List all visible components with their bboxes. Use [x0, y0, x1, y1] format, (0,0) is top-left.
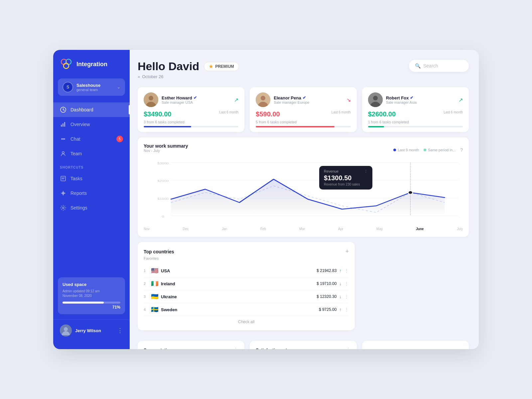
svg-point-2: [64, 63, 69, 68]
seg-title: Segmentation: [144, 347, 172, 349]
sidebar-user: Jerry Wilson ⋮: [53, 320, 130, 341]
svg-text:$3000: $3000: [157, 162, 169, 165]
task-progress-eleanor: [256, 126, 350, 127]
manager-period-robert: Last 6 month: [444, 110, 463, 114]
task-progress-esther: [144, 126, 238, 127]
chart-area: $3000 $2000 $1000 0: [144, 159, 463, 226]
country-trend-usa: ↑: [339, 268, 341, 273]
main-content: Hello David ★ PREMIUM October 26 🔍 Searc…: [130, 50, 479, 349]
verified-icon: ✔: [194, 95, 197, 100]
tooltip-menu[interactable]: ⋮: [364, 169, 368, 174]
manager-card-robert: Robert Fox ✔ Sale manager Asia ↗ $2600.0…: [362, 87, 469, 132]
country-menu-usa[interactable]: ⋮: [344, 268, 349, 273]
countries-add-button[interactable]: +: [345, 248, 349, 255]
svg-rect-6: [64, 122, 65, 127]
task-progress-fill-robert: [368, 126, 384, 127]
sidebar-item-team[interactable]: Team: [53, 146, 130, 161]
chat-icon: [60, 136, 66, 142]
svg-point-19: [261, 96, 265, 100]
sidebar-item-chat[interactable]: Chat 5: [53, 132, 130, 146]
check-all-button[interactable]: Check all: [144, 320, 349, 324]
manager-cards-row: Esther Howard ✔ Sale manager USA ↗ $3490…: [138, 87, 469, 132]
logo-icon: [60, 58, 72, 70]
chart-help-icon[interactable]: ?: [460, 147, 463, 153]
manager-amount-row-eleanor: $590.00 5 from 6 tasks completed Last 6 …: [256, 110, 350, 124]
x-label-june: June: [416, 227, 424, 231]
chart-title-group: Your work summary Nov - July: [144, 143, 188, 157]
country-name-ireland: Ireland: [161, 281, 314, 286]
legend-same-label: Same period in...: [428, 148, 456, 152]
x-label-may: May: [376, 227, 383, 231]
team-icon: [60, 150, 66, 157]
user-menu-dots[interactable]: ⋮: [117, 327, 123, 334]
manager-name-eleanor: Eleanor Pena ✔: [274, 95, 343, 100]
countries-title: Top countries: [144, 249, 174, 254]
chart-legend-same: Same period in...: [424, 148, 456, 152]
dashboard-label: Dashboard: [70, 107, 93, 112]
premium-label: PREMIUM: [215, 64, 234, 69]
country-flag-sweden: 🇸🇪: [151, 306, 158, 313]
sat-menu[interactable]: ⋮: [345, 347, 351, 349]
manager-amount-robert: $2600.00 1 from 6 tasks completed: [368, 110, 409, 124]
sidebar-item-reports[interactable]: Reports: [53, 186, 130, 200]
manager-amount-row-robert: $2600.00 1 from 6 tasks completed Last 6…: [368, 110, 463, 124]
workspace-sub: general team: [76, 88, 114, 92]
manager-info-eleanor: Eleanor Pena ✔ Sale manager Europe: [274, 95, 343, 104]
country-trend-ireland: ↓: [339, 281, 341, 286]
chat-badge: 5: [116, 136, 123, 142]
chat-label: Chat: [70, 136, 80, 142]
manager-trend-eleanor: ↘: [346, 97, 351, 103]
settings-icon: [60, 204, 66, 211]
sidebar-item-overview[interactable]: Overview: [53, 117, 130, 132]
user-avatar: [60, 325, 72, 336]
workspace-selector[interactable]: S Saleshouse general team ⌄: [58, 78, 125, 96]
manager-trend-esther: ↗: [234, 97, 238, 103]
overview-label: Overview: [70, 122, 90, 127]
country-row-sweden: 4 🇸🇪 Sweden $ 9725.00 ↑ ⋮: [144, 303, 349, 316]
country-rank-4: 4: [144, 308, 148, 312]
used-space-title: Used space: [63, 282, 120, 287]
x-label-mar: Mar: [299, 227, 305, 231]
sidebar-item-dashboard[interactable]: Dashboard: [53, 102, 130, 117]
country-menu-ireland[interactable]: ⋮: [344, 281, 349, 286]
country-flag-usa: 🇺🇸: [151, 267, 158, 274]
chart-header: Your work summary Nov - July Last 9 mont…: [144, 143, 463, 157]
country-menu-sweden[interactable]: ⋮: [344, 307, 349, 312]
country-trend-sweden: ↑: [339, 307, 341, 312]
middle-section: Your work summary Nov - July Last 9 mont…: [138, 137, 469, 330]
manager-tasks-robert: 1 from 6 tasks completed: [368, 120, 409, 124]
sidebar-item-tasks[interactable]: Tasks: [53, 171, 130, 186]
chart-legend-last: Last 9 month: [393, 148, 419, 152]
svg-marker-30: [171, 179, 445, 216]
main-bottom: Segmentation ⋮ All users 800 441 233 126: [138, 341, 469, 349]
country-trend-ukraine: ↓: [339, 294, 341, 299]
svg-point-8: [63, 138, 64, 140]
search-icon: 🔍: [415, 63, 421, 68]
manager-avatar-eleanor: [256, 92, 270, 107]
user-name: Jerry Wilson: [75, 328, 114, 333]
country-rank-3: 3: [144, 295, 148, 299]
trend-up-icon-robert: ↗: [459, 97, 463, 103]
country-amount-usa: $ 21942.83: [317, 268, 336, 273]
header-title-row: Hello David ★ PREMIUM: [138, 60, 239, 73]
country-amount-ukraine: $ 12320.30: [317, 294, 336, 299]
settings-label: Settings: [70, 205, 87, 210]
seg-menu[interactable]: ⋮: [233, 347, 238, 349]
sidebar-item-settings[interactable]: Settings: [53, 200, 130, 215]
line-chart-svg: $3000 $2000 $1000 0: [144, 159, 463, 226]
tasks-label: Tasks: [70, 176, 82, 181]
manager-info-robert: Robert Fox ✔ Sale manager Asia: [386, 95, 455, 104]
country-menu-ukraine[interactable]: ⋮: [344, 294, 349, 299]
svg-rect-11: [61, 176, 66, 181]
search-box[interactable]: 🔍 Search: [409, 60, 469, 72]
country-rank-1: 1: [144, 269, 148, 273]
countries-subtitle: Favorites: [144, 256, 349, 260]
x-label-jan: Jan: [222, 227, 227, 231]
reports-label: Reports: [70, 191, 87, 196]
used-space-card: Used space Admin updated 09:12 amNovembe…: [58, 277, 125, 314]
dashboard-icon: [60, 106, 66, 113]
manager-amount-esther: $3490.00 3 from 6 tasks completed: [144, 110, 185, 124]
country-name-usa: USA: [161, 268, 314, 273]
chart-meta: Last 9 month Same period in... ?: [393, 147, 463, 153]
sat-header: Satisfaction rate ⋮: [256, 347, 350, 349]
